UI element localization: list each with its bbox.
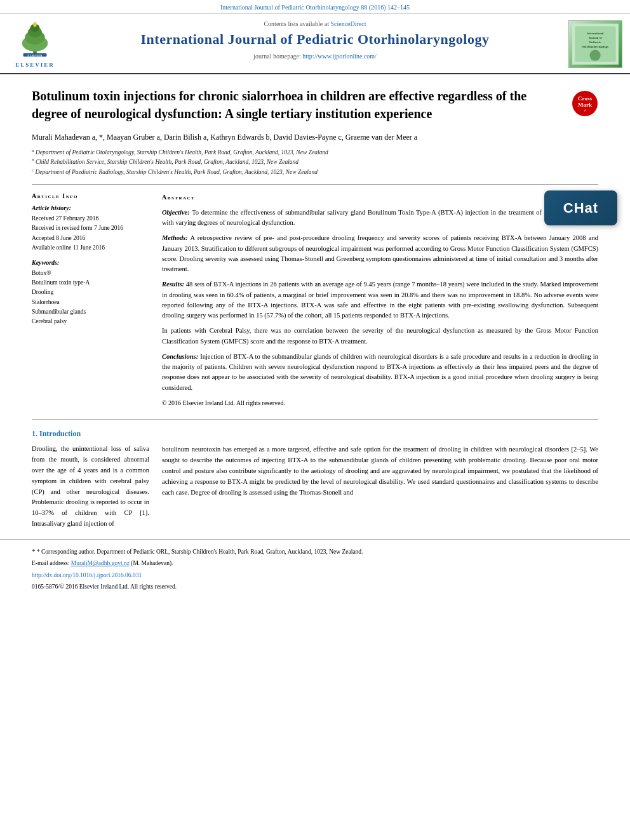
objective-label: Objective: bbox=[162, 209, 190, 216]
methods-text: A retrospective review of pre- and post-… bbox=[162, 234, 598, 272]
introduction-right: botulinum neurotoxin has emerged as a mo… bbox=[162, 429, 598, 529]
svg-text:ELSEVIER: ELSEVIER bbox=[27, 54, 43, 57]
elsevier-logo: ELSEVIER ELSEVIER bbox=[13, 21, 57, 68]
journal-homepage-link[interactable]: http://www.ijporlonline.com/ bbox=[302, 53, 377, 60]
article-history: Article history: Received 27 February 20… bbox=[32, 204, 149, 253]
received-date: Received 27 February 2016 bbox=[32, 214, 149, 223]
available-online-date: Available online 11 June 2016 bbox=[32, 243, 149, 253]
article-title: Botulinum toxin injections for chronic s… bbox=[32, 87, 562, 123]
doi-line: http://dx.doi.org/10.1016/j.ijporl.2016.… bbox=[32, 571, 598, 580]
svg-text:Otorhinolaryngology: Otorhinolaryngology bbox=[581, 45, 608, 48]
keyword-5: Submandibular glands bbox=[32, 307, 149, 317]
keyword-1: Botox® bbox=[32, 269, 149, 278]
authors: Murali Mahadevan a, *, Maayan Gruber a, … bbox=[32, 133, 598, 142]
abstract-column: Abstract Objective: To determine the eff… bbox=[162, 192, 598, 413]
intro-heading: 1. Introduction bbox=[32, 429, 149, 439]
email-note: (M. Mahadevan). bbox=[131, 560, 173, 566]
affiliations: a Department of Pediatric Otolaryngology… bbox=[32, 147, 598, 177]
corresponding-author: * * Corresponding author. Department of … bbox=[32, 546, 598, 557]
svg-text:Pediatric: Pediatric bbox=[589, 41, 600, 44]
keyword-4: Sialorrhoea bbox=[32, 298, 149, 307]
svg-text:Mark: Mark bbox=[578, 102, 592, 108]
elsevier-logo-container: ELSEVIER ELSEVIER bbox=[0, 20, 70, 68]
methods-label: Methods: bbox=[162, 234, 188, 241]
intro-title: Introduction bbox=[39, 429, 81, 438]
keyword-6: Cerebral palsy bbox=[32, 317, 149, 326]
science-direct-link: Contents lists available at ScienceDirec… bbox=[76, 20, 554, 27]
journal-main-title: International Journal of Pediatric Otorh… bbox=[76, 31, 554, 48]
journal-logo-right: International Journal of Pediatric Otorh… bbox=[560, 20, 630, 68]
journal-title-center: Contents lists available at ScienceDirec… bbox=[70, 20, 560, 68]
abstract-heading: Abstract bbox=[162, 192, 598, 203]
results-text: 48 sets of BTX-A injections in 26 patien… bbox=[162, 281, 598, 319]
email-footnote: E-mail address: MuraliM@adhb.govt.nz (M.… bbox=[32, 559, 598, 568]
keywords-heading: Keywords: bbox=[32, 259, 149, 266]
abstract-results-1: Results: 48 sets of BTX-A injections in … bbox=[162, 279, 598, 321]
svg-text:✓: ✓ bbox=[584, 109, 587, 112]
abstract-objective: Objective: To determine the effectivenes… bbox=[162, 208, 598, 229]
intro-number: 1. bbox=[32, 429, 37, 438]
article-info-heading: Article Info bbox=[32, 192, 149, 199]
keyword-3: Drooling bbox=[32, 288, 149, 297]
authors-text: Murali Mahadevan a, *, Maayan Gruber a, … bbox=[32, 133, 417, 142]
article-body-columns: Article Info Article history: Received 2… bbox=[32, 192, 598, 413]
email-label: E-mail address: bbox=[32, 560, 71, 566]
crossmark-icon[interactable]: Cross Mark ✓ bbox=[572, 90, 598, 117]
keyword-2: Botulinum toxin type-A bbox=[32, 278, 149, 288]
keywords-section: Keywords: Botox® Botulinum toxin type-A … bbox=[32, 259, 149, 326]
article-section: Botulinum toxin injections for chronic s… bbox=[0, 74, 630, 419]
objective-text: To determine the effectiveness of subman… bbox=[162, 209, 598, 226]
intro-left-text: Drooling, the unintentional loss of sali… bbox=[32, 444, 149, 529]
intro-right-text: botulinum neurotoxin has emerged as a mo… bbox=[162, 444, 598, 498]
email-link[interactable]: MuraliM@adhb.govt.nz bbox=[71, 560, 130, 566]
journal-citation-text: International Journal of Pediatric Otorh… bbox=[220, 4, 410, 11]
abstract-results-2: In patients with Cerebral Palsy, there w… bbox=[162, 326, 598, 347]
svg-text:Cross: Cross bbox=[578, 95, 592, 102]
copyright-line: © 2016 Elsevier Ireland Ltd. All rights … bbox=[162, 398, 598, 408]
svg-point-14 bbox=[589, 50, 600, 61]
issn-line: 0165-5876/© 2016 Elsevier Ireland Ltd. A… bbox=[32, 582, 598, 591]
svg-point-5 bbox=[33, 22, 37, 26]
footnotes-section: * * Corresponding author. Department of … bbox=[0, 539, 630, 600]
abstract-conclusions: Conclusions: Injection of BTX-A to the s… bbox=[162, 352, 598, 393]
journal-header: ELSEVIER ELSEVIER Contents lists availab… bbox=[0, 14, 630, 74]
keywords-list: Botox® Botulinum toxin type-A Drooling S… bbox=[32, 269, 149, 326]
accepted-date: Accepted 8 June 2016 bbox=[32, 234, 149, 243]
abstract-methods: Methods: A retrospective review of pre- … bbox=[162, 233, 598, 274]
elsevier-tree-icon: ELSEVIER bbox=[13, 21, 57, 59]
journal-cover-image: International Journal of Pediatric Otorh… bbox=[568, 20, 622, 68]
svg-text:Journal of: Journal of bbox=[588, 36, 601, 39]
results-label: Results: bbox=[162, 281, 184, 288]
introduction-left: 1. Introduction Drooling, the unintentio… bbox=[32, 429, 149, 529]
corresponding-author-text: * Corresponding author. Department of Pe… bbox=[37, 549, 363, 555]
main-content: 1. Introduction Drooling, the unintentio… bbox=[0, 420, 630, 538]
article-info-column: Article Info Article history: Received 2… bbox=[32, 192, 149, 413]
chat-button[interactable]: CHat bbox=[544, 190, 617, 225]
doi-link[interactable]: http://dx.doi.org/10.1016/j.ijporl.2016.… bbox=[32, 572, 142, 578]
conclusions-text: Injection of BTX-A to the submandibular … bbox=[162, 353, 598, 391]
elsevier-text: ELSEVIER bbox=[15, 62, 55, 68]
journal-citation-bar: International Journal of Pediatric Otorh… bbox=[0, 0, 630, 14]
received-revised-date: Received in revised form 7 June 2016 bbox=[32, 223, 149, 233]
chat-label: CHat bbox=[563, 200, 598, 217]
svg-text:International: International bbox=[586, 32, 603, 35]
article-history-heading: Article history: bbox=[32, 204, 149, 211]
science-direct-anchor[interactable]: ScienceDirect bbox=[330, 20, 366, 27]
section-divider-1 bbox=[32, 184, 598, 185]
journal-homepage: journal homepage: http://www.ijporlonlin… bbox=[76, 53, 554, 60]
article-title-row: Botulinum toxin injections for chronic s… bbox=[32, 87, 598, 123]
conclusions-label: Conclusions: bbox=[162, 353, 198, 360]
